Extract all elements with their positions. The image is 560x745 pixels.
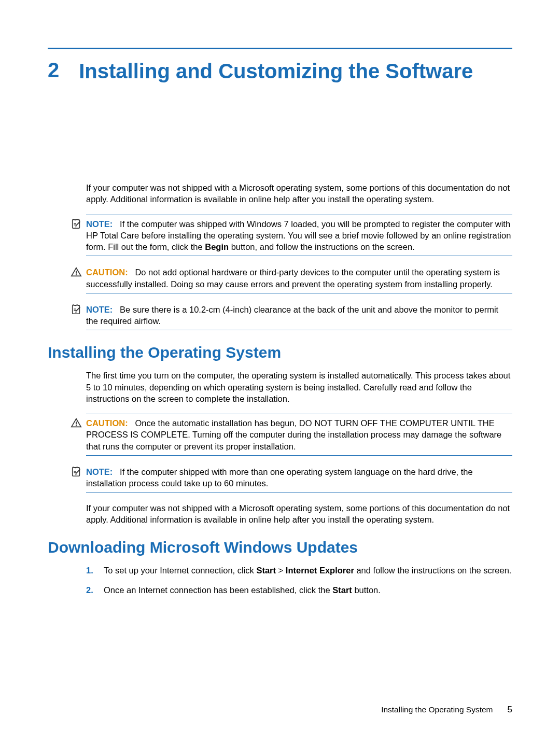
caution-callout: CAUTION: Once the automatic installation… — [86, 414, 512, 456]
step2-text-c: button. — [352, 585, 381, 595]
note-text: If the computer shipped with more than o… — [86, 467, 473, 488]
page-footer: Installing the Operating System 5 — [381, 705, 512, 715]
note-callout: NOTE: If the computer was shipped with W… — [86, 215, 512, 257]
caution-callout: CAUTION: Do not add optional hardware or… — [86, 263, 512, 293]
footer-section-label: Installing the Operating System — [381, 705, 493, 714]
chapter-number: 2 — [48, 59, 59, 81]
step2-text-a: Once an Internet connection has been est… — [104, 585, 332, 595]
caution-body: CAUTION: Do not add optional hardware or… — [86, 266, 512, 290]
caution-text: Do not add optional hardware or third-pa… — [86, 268, 500, 288]
note-icon — [71, 218, 82, 230]
note-icon — [71, 304, 82, 315]
svg-point-5 — [76, 425, 77, 426]
note-body: NOTE: If the computer shipped with more … — [86, 466, 512, 489]
begin-button-ref: Begin — [205, 242, 229, 251]
step1-text-c: and follow the instructions on the scree… — [354, 566, 512, 575]
step1-text-a: To set up your Internet connection, clic… — [104, 566, 256, 575]
note-callout: NOTE: Be sure there is a 10.2-cm (4-inch… — [86, 301, 512, 331]
caution-label: CAUTION: — [86, 418, 128, 428]
note-text: Be sure there is a 10.2-cm (4-inch) clea… — [86, 305, 498, 326]
page-number: 5 — [508, 705, 512, 715]
section-heading-downloading-updates: Downloading Microsoft Windows Updates — [48, 539, 512, 556]
caution-body: CAUTION: Once the automatic installation… — [86, 417, 512, 452]
note-body: NOTE: Be sure there is a 10.2-cm (4-inch… — [86, 304, 512, 327]
note-label: NOTE: — [86, 305, 113, 314]
caution-label: CAUTION: — [86, 268, 128, 277]
updates-step-list: To set up your Internet connection, clic… — [86, 565, 512, 596]
note-label: NOTE: — [86, 467, 113, 476]
internet-explorer-ref: Internet Explorer — [286, 566, 354, 575]
note-label: NOTE: — [86, 219, 113, 229]
note-callout: NOTE: If the computer shipped with more … — [86, 463, 512, 493]
note-text-b: button, and follow the instructions on t… — [229, 242, 415, 251]
note-icon — [71, 466, 82, 477]
chapter-heading: 2 Installing and Customizing the Softwar… — [48, 59, 512, 83]
step1-gt: > — [276, 566, 286, 575]
note-body: NOTE: If the computer was shipped with W… — [86, 218, 512, 253]
intro-paragraph: If your computer was not shipped with a … — [86, 182, 512, 205]
install-para-1: The first time you turn on the computer,… — [86, 370, 512, 404]
caution-text: Once the automatic installation has begu… — [86, 418, 501, 451]
svg-point-2 — [76, 274, 77, 275]
start-ref: Start — [256, 566, 276, 575]
caution-icon — [71, 266, 82, 278]
step-2: Once an Internet connection has been est… — [86, 584, 512, 596]
section-heading-installing-os: Installing the Operating System — [48, 344, 512, 361]
chapter-title: Installing and Customizing the Software — [79, 59, 473, 83]
step-1: To set up your Internet connection, clic… — [86, 565, 512, 576]
caution-icon — [71, 417, 82, 429]
install-para-2: If your computer was not shipped with a … — [86, 502, 512, 526]
start-button-ref: Start — [332, 585, 352, 595]
